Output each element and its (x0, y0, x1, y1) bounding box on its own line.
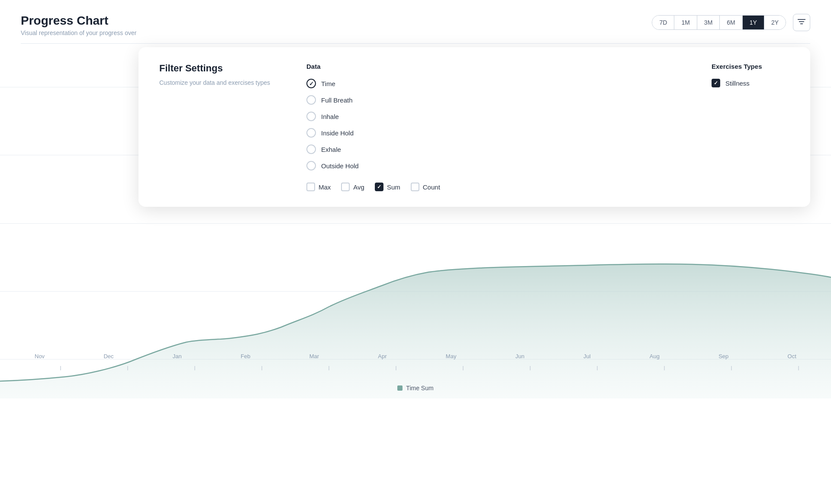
data-section-title: Data (306, 63, 677, 70)
page-subtitle: Visual representation of your progress o… (21, 29, 136, 36)
exhale-label: Exhale (321, 146, 341, 153)
outside-hold-radio[interactable] (306, 161, 316, 170)
time-label: Time (321, 80, 335, 87)
filter-subtitle: Customize your data and exercises types (159, 79, 272, 86)
header-right: 7D 1M 3M 6M 1Y 2Y (652, 14, 810, 31)
chart-area: Filter Settings Customize your data and … (0, 44, 831, 398)
filter-panel: Filter Settings Customize your data and … (138, 47, 810, 207)
data-item-full-breath[interactable]: Full Breath (306, 95, 677, 105)
data-item-exhale[interactable]: Exhale (306, 144, 677, 154)
avg-label: Avg (353, 183, 364, 191)
data-item-inside-hold[interactable]: Inside Hold (306, 128, 677, 138)
filter-title: Filter Settings (159, 63, 272, 74)
time-btn-7d[interactable]: 7D (652, 16, 674, 29)
time-btn-3m[interactable]: 3M (697, 16, 720, 29)
header-left: Progress Chart Visual representation of … (21, 14, 136, 36)
data-item-inhale[interactable]: Inhale (306, 112, 677, 121)
exercise-item-stillness[interactable]: Stillness (712, 79, 789, 87)
exercises-section-title: Exercises Types (712, 63, 789, 70)
inhale-radio[interactable] (306, 112, 316, 121)
x-axis-labels: Nov Dec Jan Feb Mar Apr May Jun Jul Aug … (0, 353, 831, 360)
x-label-nov: Nov (35, 353, 45, 360)
outside-hold-label: Outside Hold (321, 162, 359, 170)
data-item-outside-hold[interactable]: Outside Hold (306, 161, 677, 170)
time-btn-2y[interactable]: 2Y (764, 16, 786, 29)
full-breath-radio[interactable] (306, 95, 316, 105)
time-range-group: 7D 1M 3M 6M 1Y 2Y (652, 15, 786, 30)
x-label-oct: Oct (788, 353, 796, 360)
sum-checkbox[interactable] (375, 183, 383, 191)
time-btn-6m[interactable]: 6M (720, 16, 742, 29)
time-btn-1y[interactable]: 1Y (743, 16, 764, 29)
count-label: Count (423, 183, 440, 191)
x-label-jun: Jun (515, 353, 525, 360)
chart-area-path (0, 264, 831, 398)
data-item-time[interactable]: Time (306, 79, 677, 88)
x-label-apr: Apr (378, 353, 387, 360)
sum-label: Sum (387, 183, 400, 191)
max-checkbox[interactable] (306, 183, 315, 191)
avg-checkbox[interactable] (341, 183, 350, 191)
filter-icon (798, 19, 805, 26)
full-breath-label: Full Breath (321, 96, 353, 104)
filter-data-section: Data Time Full Breath Inhale (306, 63, 677, 191)
inside-hold-radio[interactable] (306, 128, 316, 138)
page-title: Progress Chart (21, 14, 136, 28)
aggregation-row: Max Avg Sum Count (306, 183, 677, 191)
filter-exercises-section: Exercises Types Stillness (712, 63, 789, 191)
agg-max[interactable]: Max (306, 183, 331, 191)
grid-line (0, 223, 831, 224)
agg-count[interactable]: Count (411, 183, 440, 191)
stillness-label: Stillness (725, 80, 750, 87)
inhale-label: Inhale (321, 113, 339, 120)
x-label-aug: Aug (650, 353, 660, 360)
exhale-radio[interactable] (306, 144, 316, 154)
stillness-checkbox[interactable] (712, 79, 720, 87)
chart-legend: Time Sum (0, 385, 831, 398)
page-header: Progress Chart Visual representation of … (0, 0, 831, 43)
filter-button[interactable] (793, 14, 810, 31)
x-label-mar: Mar (309, 353, 319, 360)
exercises-checkbox-list: Stillness (712, 79, 789, 87)
count-checkbox[interactable] (411, 183, 419, 191)
time-btn-1m[interactable]: 1M (674, 16, 697, 29)
x-label-sep: Sep (718, 353, 728, 360)
agg-sum[interactable]: Sum (375, 183, 400, 191)
legend-label: Time Sum (406, 385, 433, 392)
chart-svg-container (0, 234, 831, 398)
max-label: Max (319, 183, 331, 191)
x-label-dec: Dec (103, 353, 113, 360)
agg-avg[interactable]: Avg (341, 183, 364, 191)
inside-hold-label: Inside Hold (321, 129, 354, 137)
x-label-may: May (446, 353, 457, 360)
x-label-jan: Jan (173, 353, 182, 360)
x-label-jul: Jul (583, 353, 591, 360)
data-checkbox-list: Time Full Breath Inhale Inside Hold (306, 79, 677, 170)
legend-dot (397, 385, 403, 391)
filter-left: Filter Settings Customize your data and … (159, 63, 272, 191)
chart-svg (0, 234, 831, 398)
x-label-feb: Feb (241, 353, 250, 360)
time-radio[interactable] (306, 79, 316, 88)
